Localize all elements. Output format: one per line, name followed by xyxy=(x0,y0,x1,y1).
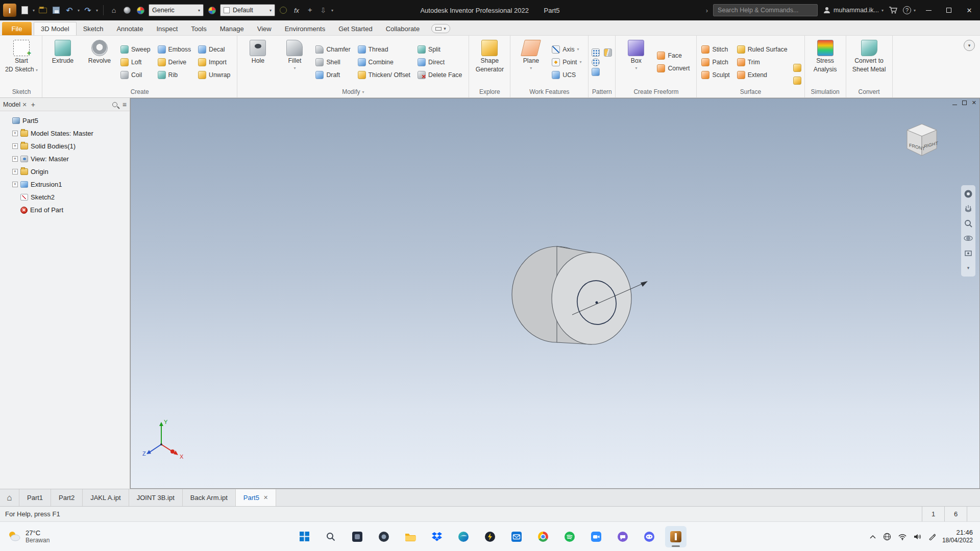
search-icon[interactable] xyxy=(320,526,341,547)
chat-app-icon[interactable] xyxy=(612,526,633,547)
doc-tab-part1[interactable]: Part1 xyxy=(19,489,51,506)
tab-collaborate[interactable]: Collaborate xyxy=(379,22,427,35)
lightning-app-icon[interactable] xyxy=(479,526,501,547)
volume-icon[interactable] xyxy=(914,533,922,540)
group-label-convert[interactable]: Convert xyxy=(846,86,892,97)
qat-customize-caret-icon[interactable]: ▾ xyxy=(331,8,333,13)
close-button[interactable]: ✕ xyxy=(962,3,977,17)
rib-button[interactable]: Rib xyxy=(156,68,194,81)
axis-button[interactable]: Axis▾ xyxy=(550,43,585,56)
new-file-button[interactable] xyxy=(19,5,30,15)
start-2d-sketch-button[interactable]: + Start 2D Sketch ▾ xyxy=(4,38,39,86)
update-button[interactable]: ⇩ xyxy=(318,5,328,15)
group-label-create[interactable]: Create xyxy=(42,86,237,97)
expand-icon[interactable]: + xyxy=(12,131,18,136)
zoom-icon[interactable] xyxy=(585,526,607,547)
doc-tab-part5[interactable]: Part5✕ xyxy=(236,489,276,506)
task-view-icon[interactable] xyxy=(347,526,368,547)
zoom-icon[interactable] xyxy=(962,217,974,230)
spotify-icon[interactable] xyxy=(559,526,580,547)
freeform-face-button[interactable]: Face xyxy=(655,49,693,62)
group-label-simulation[interactable]: Simulation xyxy=(805,86,846,97)
tree-item-extrusion1[interactable]: + Extrusion1 xyxy=(2,178,128,191)
group-label-sketch[interactable]: Sketch xyxy=(1,86,42,97)
expand-icon[interactable]: + xyxy=(12,169,18,174)
tab-environments[interactable]: Environments xyxy=(278,22,332,35)
user-account-button[interactable]: muhammad.ik... ▾ xyxy=(823,6,884,14)
appearance-dropdown[interactable]: Default ▾ xyxy=(220,4,275,16)
tree-item-origin[interactable]: + Origin xyxy=(2,165,128,178)
orbit-icon[interactable] xyxy=(962,232,974,244)
tab-get-started[interactable]: Get Started xyxy=(332,22,379,35)
doc-restore-icon[interactable] xyxy=(962,100,967,106)
delete-face-button[interactable]: Delete Face xyxy=(416,68,465,81)
wifi-icon[interactable] xyxy=(898,533,907,540)
patch-button[interactable]: Patch xyxy=(700,56,733,68)
replace-face-icon[interactable] xyxy=(793,64,801,72)
camera-app-icon[interactable] xyxy=(373,526,395,547)
combine-button[interactable]: Combine xyxy=(356,56,414,68)
look-at-icon[interactable] xyxy=(962,247,974,259)
thicken-offset-button[interactable]: Thicken/ Offset xyxy=(356,68,414,81)
point-button[interactable]: Point▾ xyxy=(550,56,585,68)
sculpt-button[interactable]: Sculpt xyxy=(700,68,733,81)
tab-view[interactable]: View xyxy=(251,22,278,35)
chamfer-button[interactable]: Chamfer xyxy=(314,43,354,56)
expand-icon[interactable]: + xyxy=(12,143,18,149)
tree-item-solid-bodies[interactable]: + Solid Bodies(1) xyxy=(2,140,128,153)
tree-item-part5[interactable]: Part5 xyxy=(2,114,128,127)
material-dropdown[interactable]: Generic ▾ xyxy=(149,4,204,16)
split-button[interactable]: Split xyxy=(416,43,465,56)
doc-tab-jakl-a[interactable]: JAKL A.ipt xyxy=(83,489,129,506)
thread-button[interactable]: Thread xyxy=(356,43,414,56)
pan-icon[interactable] xyxy=(962,203,974,215)
group-label-surface[interactable]: Surface xyxy=(697,86,804,97)
sweep-button[interactable]: Sweep xyxy=(119,43,154,56)
group-label-modify[interactable]: Modify▾ xyxy=(237,86,469,97)
maximize-button[interactable] xyxy=(941,3,957,17)
3d-viewport[interactable]: ✕ FRONT RIGHT xyxy=(130,98,980,489)
panel-collapse-chevron-icon[interactable]: › xyxy=(706,7,708,14)
trim-button[interactable]: Trim xyxy=(736,56,791,68)
redo-button[interactable]: ↷ xyxy=(83,5,93,15)
measure-button[interactable]: ＋ xyxy=(305,5,315,15)
emboss-button[interactable]: Emboss xyxy=(156,43,194,56)
adjust-sphere-button[interactable] xyxy=(278,5,288,15)
doc-tab-part2[interactable]: Part2 xyxy=(51,489,83,506)
draft-button[interactable]: Draft xyxy=(314,68,354,81)
help-button[interactable]: ? ▾ xyxy=(903,6,916,14)
stitch-button[interactable]: Stitch xyxy=(700,43,733,56)
minimize-button[interactable] xyxy=(921,3,936,17)
navbar-more-caret-icon[interactable]: ▾ xyxy=(962,262,974,274)
freeform-box-button[interactable]: Box ▾ xyxy=(619,38,653,86)
ribbon-display-toggle[interactable]: ▾ xyxy=(431,24,450,33)
save-button[interactable] xyxy=(51,5,61,15)
unwrap-button[interactable]: Unwrap xyxy=(197,68,234,81)
tab-tools[interactable]: Tools xyxy=(184,22,213,35)
shape-generator-button[interactable]: Shape Generator xyxy=(472,38,507,86)
parameters-button[interactable]: fx xyxy=(291,5,302,15)
part-geometry[interactable] xyxy=(480,230,654,363)
redo-caret-icon[interactable]: ▾ xyxy=(96,8,98,13)
browser-search-icon[interactable] xyxy=(112,102,117,107)
tree-item-model-states[interactable]: + Model States: Master xyxy=(2,127,128,140)
inventor-logo-icon[interactable]: I xyxy=(3,4,16,17)
sketch-driven-pattern-icon[interactable] xyxy=(592,68,600,76)
undo-button[interactable]: ↶ xyxy=(64,5,75,15)
group-label-create-freeform[interactable]: Create Freeform xyxy=(616,86,696,97)
new-file-caret-icon[interactable]: ▾ xyxy=(33,8,35,13)
doc-minimize-icon[interactable] xyxy=(952,100,957,106)
discord-icon[interactable] xyxy=(639,526,660,547)
undo-caret-icon[interactable]: ▾ xyxy=(78,8,80,13)
chrome-icon[interactable] xyxy=(532,526,554,547)
taskbar-weather-widget[interactable]: 27°C Berawan xyxy=(0,529,50,544)
home-tab[interactable]: ⌂ xyxy=(0,489,19,506)
expand-icon[interactable]: + xyxy=(12,182,18,187)
tab-close-icon[interactable]: ✕ xyxy=(263,494,268,501)
tray-chevron-up-icon[interactable] xyxy=(869,534,876,539)
ruled-surface-button[interactable]: Ruled Surface xyxy=(736,43,791,56)
windows-start-icon[interactable] xyxy=(293,526,315,547)
pen-icon[interactable] xyxy=(928,533,936,540)
tab-3d-model[interactable]: 3D Model xyxy=(34,22,77,35)
material-sphere-button[interactable] xyxy=(122,5,132,15)
